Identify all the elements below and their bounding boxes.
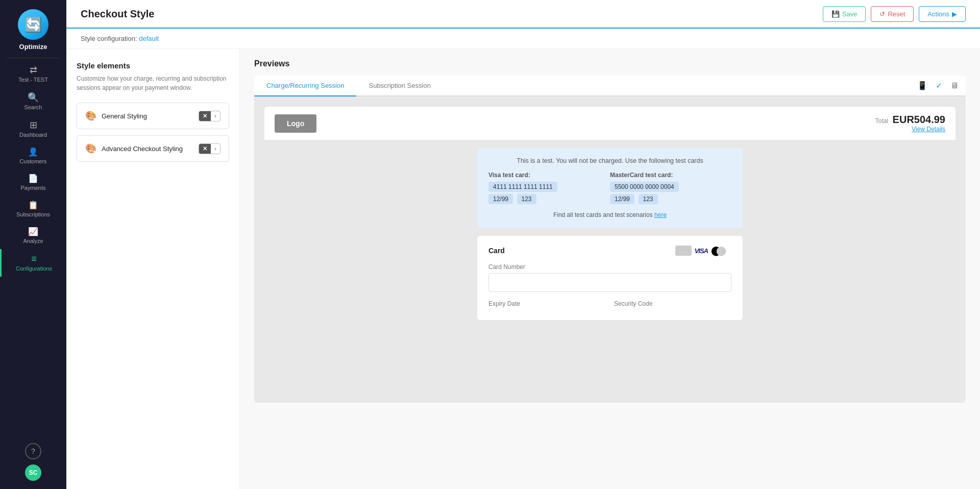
app-name: Optimize bbox=[19, 43, 47, 51]
general-styling-card[interactable]: 🎨 General Styling ✕ › bbox=[77, 103, 229, 129]
generic-card-icon bbox=[675, 246, 692, 256]
preview-logo: Logo bbox=[275, 114, 316, 133]
card-icons: VISA ⬤⬤ bbox=[675, 245, 731, 256]
view-details-link[interactable]: View Details bbox=[875, 126, 945, 133]
mc-label: MasterCard test card: bbox=[610, 172, 731, 179]
mc-expiry: 12/99 bbox=[610, 194, 634, 204]
visa-expiry: 12/99 bbox=[488, 194, 513, 204]
check-icon[interactable]: ✓ bbox=[934, 79, 944, 92]
advanced-styling-label: Advanced Checkout Styling bbox=[102, 145, 183, 153]
right-panel: Previews Charge/Recurring Session Subscr… bbox=[240, 49, 980, 489]
reset-icon: ↺ bbox=[879, 10, 885, 18]
sidebar-item-dashboard[interactable]: ⊞ Dashboard bbox=[0, 115, 66, 143]
card-form-title: Card bbox=[488, 247, 505, 255]
test-card-notice: This is a test. You will not be charged.… bbox=[488, 157, 731, 164]
card-number-input[interactable] bbox=[488, 273, 731, 292]
sidebar-item-configurations-label: Configurations bbox=[16, 265, 52, 272]
save-icon: 💾 bbox=[831, 10, 840, 18]
security-label: Security Code bbox=[614, 300, 731, 307]
visa-card-icon: VISA bbox=[695, 247, 708, 255]
advanced-styling-card[interactable]: 🎨 Advanced Checkout Styling ✕ › bbox=[77, 135, 229, 162]
general-styling-icon: 🎨 bbox=[85, 110, 96, 121]
previews-title: Previews bbox=[254, 59, 966, 68]
left-panel: Style elements Customize how your charge… bbox=[66, 49, 240, 489]
search-icon: 🔍 bbox=[28, 93, 39, 102]
test-card-box: This is a test. You will not be charged.… bbox=[477, 148, 743, 228]
actions-button[interactable]: Actions ▶ bbox=[919, 6, 966, 22]
tab-subscription[interactable]: Subscription Session bbox=[356, 76, 443, 96]
analyze-icon: 📈 bbox=[28, 228, 38, 236]
style-config-link[interactable]: default bbox=[139, 35, 159, 42]
visa-cvv: 123 bbox=[517, 194, 536, 204]
switch-icon: ⇄ bbox=[30, 65, 37, 75]
toggle-x-icon: ✕ bbox=[199, 111, 211, 121]
dashboard-icon: ⊞ bbox=[30, 120, 37, 130]
save-button[interactable]: 💾 Save bbox=[823, 6, 866, 22]
mc-col: MasterCard test card: 5500 0000 0000 000… bbox=[610, 172, 731, 206]
content-area: Style elements Customize how your charge… bbox=[66, 49, 980, 489]
preview-top-bar: Logo Total EUR504.99 View Details bbox=[264, 107, 955, 140]
preview-tab-icons: 📱 ✓ 🖥 bbox=[915, 79, 966, 92]
sidebar-item-customers[interactable]: 👤 Customers bbox=[0, 143, 66, 169]
app-logo: 🔄 bbox=[18, 9, 48, 40]
sidebar-item-customers-label: Customers bbox=[19, 158, 46, 164]
sidebar-item-test[interactable]: ⇄ Test - TEST bbox=[0, 60, 66, 88]
expiry-label: Expiry Date bbox=[488, 300, 606, 307]
advanced-styling-icon: 🎨 bbox=[85, 143, 96, 154]
preview-total-label: Total bbox=[875, 117, 888, 125]
sidebar-item-dashboard-label: Dashboard bbox=[19, 132, 47, 138]
card-number-label: Card Number bbox=[488, 263, 731, 271]
sidebar-item-payments-label: Payments bbox=[21, 185, 46, 191]
card-number-group: Card Number bbox=[488, 263, 731, 299]
help-icon: ? bbox=[31, 447, 35, 455]
header: Checkout Style 💾 Save ↺ Reset Actions ▶ bbox=[66, 0, 980, 29]
sidebar-item-payments[interactable]: 📄 Payments bbox=[0, 169, 66, 196]
card-form-area: Card VISA ⬤⬤ Card Number Expiry D bbox=[477, 236, 743, 320]
general-styling-left: 🎨 General Styling bbox=[85, 110, 147, 121]
tab-charge-recurring[interactable]: Charge/Recurring Session bbox=[254, 76, 356, 96]
desktop-view-button[interactable]: 🖥 bbox=[948, 79, 961, 92]
sidebar-item-search[interactable]: 🔍 Search bbox=[0, 88, 66, 115]
payments-icon: 📄 bbox=[28, 175, 38, 183]
style-config-bar: Style configuration: default bbox=[66, 29, 980, 49]
visa-number: 4111 1111 1111 1111 bbox=[488, 182, 557, 192]
sidebar-item-configurations[interactable]: ≡ Configurations bbox=[0, 249, 66, 277]
style-elements-desc: Customize how your charge, recurring and… bbox=[77, 74, 229, 92]
preview-total-section: Total EUR504.99 View Details bbox=[875, 114, 945, 133]
chevron-right-icon: ▶ bbox=[952, 10, 957, 18]
mc-cvv: 123 bbox=[639, 194, 658, 204]
preview-tabs: Charge/Recurring Session Subscription Se… bbox=[254, 76, 966, 96]
visa-col: Visa test card: 4111 1111 1111 1111 12/9… bbox=[488, 172, 610, 206]
advanced-styling-left: 🎨 Advanced Checkout Styling bbox=[85, 143, 183, 154]
expiry-group: Expiry Date bbox=[488, 300, 606, 310]
avatar[interactable]: SC bbox=[25, 464, 41, 481]
sidebar-item-subscriptions[interactable]: 📋 Subscriptions bbox=[0, 196, 66, 223]
test-card-here-link[interactable]: here bbox=[654, 211, 667, 218]
subscriptions-icon: 📋 bbox=[28, 201, 38, 209]
sidebar-item-analyze-label: Analyze bbox=[23, 238, 43, 244]
sidebar-item-analyze[interactable]: 📈 Analyze bbox=[0, 223, 66, 249]
sidebar-item-test-label: Test - TEST bbox=[18, 77, 48, 83]
mobile-view-button[interactable]: 📱 bbox=[915, 79, 929, 92]
reset-button[interactable]: ↺ Reset bbox=[871, 6, 914, 22]
preview-total-amount: EUR504.99 bbox=[893, 114, 945, 125]
sidebar: 🔄 Optimize ⇄ Test - TEST 🔍 Search ⊞ Dash… bbox=[0, 0, 66, 489]
test-card-link: Find all test cards and test scenarios h… bbox=[488, 211, 731, 218]
style-elements-title: Style elements bbox=[77, 61, 229, 70]
help-button[interactable]: ? bbox=[25, 443, 41, 459]
mc-number: 5500 0000 0000 0004 bbox=[610, 182, 679, 192]
preview-content: Logo Total EUR504.99 View Details This i… bbox=[254, 96, 966, 403]
general-styling-toggle[interactable]: ✕ › bbox=[199, 111, 220, 121]
advanced-styling-toggle[interactable]: ✕ › bbox=[199, 143, 220, 154]
mastercard-icon: ⬤⬤ bbox=[711, 245, 731, 256]
card-expiry-security-row: Expiry Date Security Code bbox=[488, 300, 731, 311]
test-card-row: Visa test card: 4111 1111 1111 1111 12/9… bbox=[488, 172, 731, 206]
toggle-x-icon-2: ✕ bbox=[199, 144, 211, 154]
sidebar-item-subscriptions-label: Subscriptions bbox=[16, 211, 50, 217]
visa-label: Visa test card: bbox=[488, 172, 610, 179]
security-group: Security Code bbox=[614, 300, 731, 310]
header-actions: 💾 Save ↺ Reset Actions ▶ bbox=[823, 6, 966, 22]
toggle-arrow-icon: › bbox=[211, 111, 220, 120]
card-form-header: Card VISA ⬤⬤ bbox=[488, 245, 731, 256]
toggle-arrow-icon-2: › bbox=[211, 144, 220, 153]
